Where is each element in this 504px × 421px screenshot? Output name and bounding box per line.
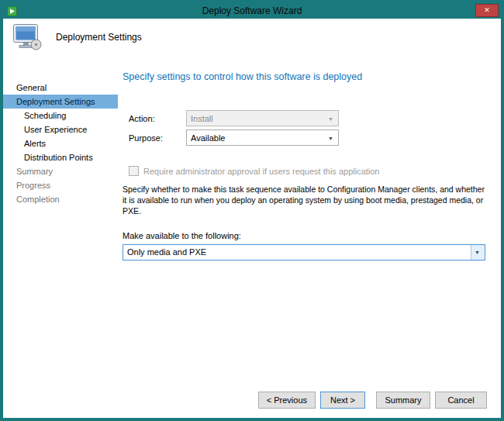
previous-button[interactable]: < Previous [258,392,316,409]
summary-button[interactable]: Summary [376,392,430,409]
make-available-select[interactable]: Only media and PXE ▼ [123,244,485,261]
task-sequence-description: Specify whether to make this task sequen… [123,184,485,217]
dropdown-arrow-icon: ▼ [328,135,333,140]
wizard-content: Specify settings to control how this sof… [118,56,501,418]
approval-checkbox [129,166,139,176]
title-bar: Deploy Software Wizard ✕ [3,3,501,19]
sidebar-item-general[interactable]: General [3,81,118,95]
sidebar-item-deployment-settings[interactable]: Deployment Settings [3,95,118,109]
wizard-footer: < Previous Next > Summary Cancel [258,392,487,409]
deploy-software-wizard-window: Deploy Software Wizard ✕ Deployment Sett… [0,0,504,421]
wizard-steps-sidebar: General Deployment Settings Scheduling U… [3,56,118,418]
action-value: Install [191,114,213,123]
settings-form: Action: Install ▼ Purpose: Available ▼ [129,110,485,146]
wizard-header: Deployment Settings [3,19,501,56]
window-title: Deploy Software Wizard [3,3,501,19]
action-select: Install ▼ [186,110,339,126]
purpose-select[interactable]: Available ▼ [186,129,339,146]
approval-checkbox-row: Require administrator approval if users … [129,166,485,176]
purpose-value: Available [191,133,225,143]
sidebar-item-user-experience[interactable]: User Experience [3,123,118,136]
make-available-label: Make available to the following: [123,231,485,240]
sidebar-item-scheduling[interactable]: Scheduling [3,109,118,123]
sidebar-item-alerts[interactable]: Alerts [3,136,118,150]
sidebar-item-completion: Completion [3,192,118,206]
cancel-button[interactable]: Cancel [435,392,487,409]
make-available-value: Only media and PXE [127,247,206,257]
close-icon: ✕ [484,7,490,14]
next-button[interactable]: Next > [320,392,365,409]
sidebar-item-distribution-points[interactable]: Distribution Points [3,150,118,164]
dropdown-arrow-icon: ▼ [475,250,480,255]
action-row: Action: Install ▼ [129,110,485,126]
wizard-body: General Deployment Settings Scheduling U… [3,56,501,418]
purpose-label: Purpose: [129,133,186,143]
deployment-settings-icon [12,23,43,51]
close-button[interactable]: ✕ [475,4,499,17]
header-title: Deployment Settings [56,32,142,43]
sidebar-item-progress: Progress [3,178,118,192]
approval-checkbox-label: Require administrator approval if users … [143,167,380,176]
wizard-icon [7,6,17,16]
dropdown-arrow-icon: ▼ [328,116,333,121]
page-title: Specify settings to control how this sof… [123,71,485,82]
sidebar-item-summary: Summary [3,164,118,178]
purpose-row: Purpose: Available ▼ [129,129,485,146]
action-label: Action: [129,114,186,123]
